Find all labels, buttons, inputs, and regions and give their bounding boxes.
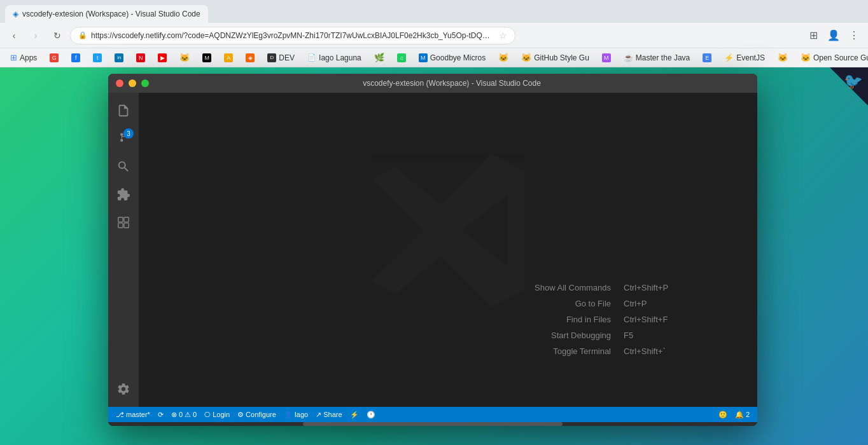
spotify-icon: ♫ bbox=[397, 53, 406, 62]
dev-icon: D bbox=[267, 53, 276, 62]
bookmark-java[interactable]: ☕ Master the Java bbox=[619, 52, 695, 64]
bookmark-github-style[interactable]: 🐱 GitHub Style Gu bbox=[516, 51, 594, 64]
bookmark-apps[interactable]: ⊞ Apps bbox=[5, 51, 42, 64]
extensions-activity-icon[interactable] bbox=[111, 182, 136, 207]
bookmark-goodbye-label: Goodbye Micros bbox=[430, 53, 486, 62]
bookmark-notion[interactable]: ◈ bbox=[241, 52, 260, 64]
extensions-toolbar-icon[interactable]: ⊞ bbox=[804, 27, 822, 44]
github-style-icon: 🐱 bbox=[521, 53, 531, 62]
cmd-goto-shortcut: Ctrl+P bbox=[624, 299, 681, 308]
twitter-icon: t bbox=[93, 53, 102, 62]
git-activity-icon[interactable]: 3 bbox=[111, 126, 136, 151]
medium1-icon: M bbox=[202, 53, 211, 62]
settings-activity-icon[interactable] bbox=[111, 376, 136, 402]
share-icon: ↗ bbox=[316, 411, 321, 419]
bookmark-analytics[interactable]: A bbox=[219, 52, 238, 64]
bookmark-iago[interactable]: 📄 Iago Laguna bbox=[302, 52, 367, 64]
search-activity-icon[interactable] bbox=[111, 154, 136, 179]
bookmark-twitter[interactable]: t bbox=[88, 52, 107, 64]
vscode-window: vscodefy-extesion (Workspace) - Visual S… bbox=[108, 74, 757, 426]
status-branch[interactable]: ⎇ master* bbox=[113, 407, 153, 422]
eventjs-e-icon: E bbox=[703, 53, 711, 62]
bookmark-linkedin[interactable]: in bbox=[109, 52, 129, 64]
close-dot[interactable] bbox=[116, 79, 123, 87]
status-share[interactable]: ↗ Share bbox=[313, 407, 344, 422]
cmd-debug-shortcut: F5 bbox=[624, 331, 681, 340]
welcome-commands: Show All Commands Ctrl+Shift+P Go to Fil… bbox=[535, 283, 681, 356]
bookmark-dev[interactable]: D DEV bbox=[262, 52, 300, 64]
leaf-icon: 🌿 bbox=[374, 53, 384, 62]
github2-icon: 🐱 bbox=[498, 53, 508, 62]
bookmark-youtube[interactable]: ▶ bbox=[153, 52, 172, 64]
bookmark-netflix[interactable]: N bbox=[131, 52, 150, 64]
status-smiley[interactable]: 🙂 bbox=[716, 407, 730, 422]
bookmark-medium1[interactable]: M bbox=[197, 52, 216, 64]
clock-icon: 🕐 bbox=[367, 411, 375, 419]
status-bell[interactable]: 🔔 2 bbox=[732, 407, 752, 422]
branch-icon: ⎇ bbox=[116, 411, 124, 419]
bookmark-star-icon[interactable]: ☆ bbox=[499, 31, 507, 41]
forward-button[interactable]: › bbox=[27, 27, 45, 44]
menu-icon[interactable]: ⋮ bbox=[845, 27, 863, 44]
tab-title: vscodefy-extesion (Workspace) - Visual S… bbox=[22, 10, 200, 18]
remote-activity-icon[interactable] bbox=[111, 210, 136, 235]
svg-rect-2 bbox=[118, 223, 123, 228]
bookmark-github1[interactable]: 🐱 bbox=[174, 51, 195, 64]
bookmark-github3[interactable]: 🐱 bbox=[773, 51, 793, 64]
bird-icon: 🐦 bbox=[844, 72, 863, 90]
files-activity-icon[interactable] bbox=[111, 98, 136, 123]
editor-area: Show All Commands Ctrl+Shift+P Go to Fil… bbox=[139, 93, 757, 407]
bookmark-eventjs-label: EventJS bbox=[736, 53, 765, 62]
cmd-find-shortcut: Ctrl+Shift+F bbox=[624, 315, 681, 324]
sync-icon: ⟳ bbox=[158, 411, 164, 419]
status-sync[interactable]: ⟳ bbox=[155, 407, 166, 422]
status-lightning[interactable]: ⚡ bbox=[347, 407, 361, 422]
status-configure-text: Configure bbox=[246, 411, 276, 418]
bookmark-leaf[interactable]: 🌿 bbox=[369, 51, 389, 64]
svg-rect-1 bbox=[124, 217, 129, 222]
vscode-titlebar: vscodefy-extesion (Workspace) - Visual S… bbox=[108, 74, 757, 93]
reload-button[interactable]: ↻ bbox=[48, 27, 66, 44]
horizontal-scrollbar[interactable] bbox=[108, 422, 757, 426]
status-user-text: Iago bbox=[295, 411, 308, 418]
status-configure[interactable]: ⚙ Configure bbox=[235, 407, 279, 422]
warning-count: 0 bbox=[193, 411, 197, 418]
login-icon: ⎔ bbox=[204, 411, 211, 419]
bookmark-opensource[interactable]: 🐱 Open Source Gu bbox=[795, 51, 868, 64]
java-icon: ☕ bbox=[624, 53, 633, 62]
back-button[interactable]: ‹ bbox=[5, 27, 23, 44]
apps-grid-icon: ⊞ bbox=[10, 53, 17, 62]
profile-icon[interactable]: 👤 bbox=[825, 27, 843, 44]
bookmark-spotify[interactable]: ♫ bbox=[392, 52, 411, 64]
vscode-logo-watermark bbox=[359, 142, 537, 322]
vscode-statusbar: ⎇ master* ⟳ ⊗ 0 ⚠ 0 ⎔ Login ⚙ bbox=[108, 407, 757, 422]
cmd-goto-label: Go to File bbox=[575, 299, 611, 308]
url-text: https://vscodefy.netlify.com/?code=AQDNZ… bbox=[91, 31, 495, 40]
browser-content: 🐦 vscodefy-extesion (Workspace) - Visual… bbox=[0, 67, 868, 445]
bookmark-eventjs-icon[interactable]: E bbox=[697, 52, 717, 64]
status-login[interactable]: ⎔ Login bbox=[202, 407, 232, 422]
bookmark-medium2[interactable]: M bbox=[597, 52, 616, 64]
status-share-text: Share bbox=[323, 411, 342, 418]
medium2-icon: M bbox=[602, 53, 611, 62]
command-row-5: Toggle Terminal Ctrl+Shift+` bbox=[535, 346, 681, 356]
bookmark-github2[interactable]: 🐱 bbox=[493, 51, 514, 64]
lightning-icon: ⚡ bbox=[350, 411, 359, 419]
facebook-icon: f bbox=[71, 53, 80, 62]
maximize-dot[interactable] bbox=[141, 79, 149, 87]
active-tab[interactable]: ◈ vscodefy-extesion (Workspace) - Visual… bbox=[5, 5, 208, 23]
bookmark-facebook[interactable]: f bbox=[66, 52, 85, 64]
url-bar[interactable]: 🔒 https://vscodefy.netlify.com/?code=AQD… bbox=[70, 27, 515, 44]
cmd-debug-label: Start Debugging bbox=[551, 331, 611, 340]
status-errors[interactable]: ⊗ 0 ⚠ 0 bbox=[169, 407, 199, 422]
bookmark-eventjs[interactable]: ⚡ EventJS bbox=[719, 52, 770, 64]
address-bar: ‹ › ↻ 🔒 https://vscodefy.netlify.com/?co… bbox=[0, 23, 868, 48]
minimize-dot[interactable] bbox=[129, 79, 136, 87]
status-branch-text: master* bbox=[126, 411, 150, 418]
bookmark-goodbye[interactable]: M Goodbye Micros bbox=[414, 52, 491, 64]
bookmark-gmail[interactable]: G bbox=[45, 52, 64, 64]
svg-rect-0 bbox=[118, 217, 123, 222]
toolbar-icons: ⊞ 👤 ⋮ bbox=[804, 27, 863, 44]
status-clock[interactable]: 🕐 bbox=[364, 407, 378, 422]
status-user[interactable]: 👤 Iago bbox=[281, 407, 311, 422]
